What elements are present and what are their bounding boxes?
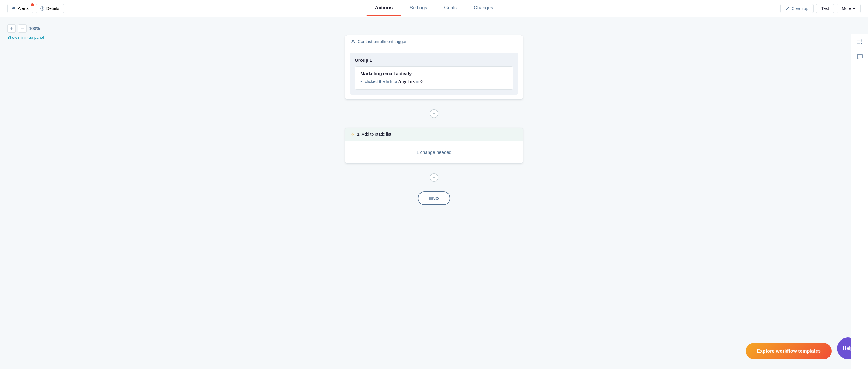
add-step-button-1[interactable]: + (430, 109, 438, 118)
svg-point-6 (861, 40, 862, 40)
tab-goals[interactable]: Goals (435, 0, 465, 17)
cleanup-button[interactable]: Clean up (780, 4, 813, 13)
test-button[interactable]: Test (816, 4, 834, 13)
zoom-controls: + − 100% (7, 24, 40, 33)
explore-templates-button[interactable]: Explore workflow templates (746, 343, 832, 359)
chevron-down-icon (852, 7, 856, 9)
svg-point-2 (42, 7, 43, 8)
tab-changes[interactable]: Changes (465, 0, 501, 17)
svg-point-9 (861, 41, 862, 42)
trigger-box[interactable]: Contact enrollment trigger Group 1 Marke… (345, 35, 523, 100)
svg-point-5 (859, 40, 860, 40)
explore-label: Explore workflow templates (756, 348, 821, 353)
alerts-button[interactable]: Alerts (7, 4, 33, 13)
connector-line-1 (434, 100, 434, 109)
add-step-button-2[interactable]: + (430, 173, 438, 182)
zoom-level: 100% (29, 26, 40, 31)
condition-text: clicked the link to Any link in 0 (365, 79, 423, 85)
action-body-text: 1 change needed (416, 150, 452, 155)
zoom-in-button[interactable]: + (7, 24, 16, 33)
connector-2: + (430, 164, 438, 192)
workflow-canvas: + − 100% Show minimap panel Contact enro… (0, 17, 868, 369)
more-label: More (842, 6, 851, 11)
bell-icon (12, 6, 16, 10)
more-button[interactable]: More (837, 4, 861, 13)
svg-point-10 (858, 43, 858, 44)
condition-bold-any-link: Any link (398, 79, 415, 84)
alert-badge (31, 3, 34, 6)
svg-point-4 (858, 40, 858, 40)
action-box[interactable]: ⚠ 1. Add to static list 1 change needed (345, 127, 523, 164)
svg-point-12 (861, 43, 862, 44)
nav-left: Alerts Details (7, 4, 64, 13)
connector-line-2 (434, 118, 434, 127)
trigger-header-label: Contact enrollment trigger (358, 39, 406, 44)
condition-item: clicked the link to Any link in 0 (361, 79, 507, 85)
tab-actions[interactable]: Actions (367, 0, 401, 17)
action-body: 1 change needed (345, 141, 523, 163)
right-panel (851, 34, 868, 369)
connector-line-3 (434, 164, 434, 173)
details-button[interactable]: Details (36, 4, 64, 13)
svg-point-11 (859, 43, 860, 44)
connector-1: + (430, 100, 438, 127)
test-label: Test (821, 6, 829, 11)
nav-tabs: Actions Settings Goals Changes (367, 0, 501, 17)
action-header-label: 1. Add to static list (357, 132, 391, 137)
group-box: Group 1 Marketing email activity clicked… (350, 53, 518, 94)
zoom-out-button[interactable]: − (18, 24, 27, 33)
cleanup-label: Clean up (792, 6, 808, 11)
condition-bold-zero: 0 (421, 79, 423, 84)
alerts-label: Alerts (18, 6, 29, 11)
person-icon (350, 39, 355, 44)
condition-card[interactable]: Marketing email activity clicked the lin… (355, 66, 513, 90)
chat-icon[interactable] (857, 54, 863, 61)
group-label: Group 1 (355, 58, 513, 63)
svg-point-8 (859, 41, 860, 42)
svg-rect-1 (42, 8, 43, 10)
details-label: Details (46, 6, 59, 11)
svg-point-3 (352, 40, 354, 41)
show-minimap-link[interactable]: Show minimap panel (7, 35, 44, 40)
warning-icon: ⚠ (350, 132, 355, 137)
top-navigation: Alerts Details Actions Settings Goals Ch… (0, 0, 868, 17)
end-label: END (429, 196, 439, 201)
end-node: END (417, 192, 451, 205)
trigger-body: Group 1 Marketing email activity clicked… (345, 48, 523, 100)
trigger-header: Contact enrollment trigger (345, 35, 523, 48)
workflow-container: Contact enrollment trigger Group 1 Marke… (0, 17, 868, 369)
action-header: ⚠ 1. Add to static list (345, 128, 523, 141)
broom-icon (785, 6, 789, 10)
grid-icon[interactable] (857, 39, 863, 46)
connector-line-4 (434, 182, 434, 192)
svg-point-7 (858, 41, 858, 42)
tab-settings[interactable]: Settings (401, 0, 436, 17)
nav-right: Clean up Test More (780, 4, 861, 13)
condition-title: Marketing email activity (361, 71, 507, 76)
info-icon (40, 6, 44, 10)
